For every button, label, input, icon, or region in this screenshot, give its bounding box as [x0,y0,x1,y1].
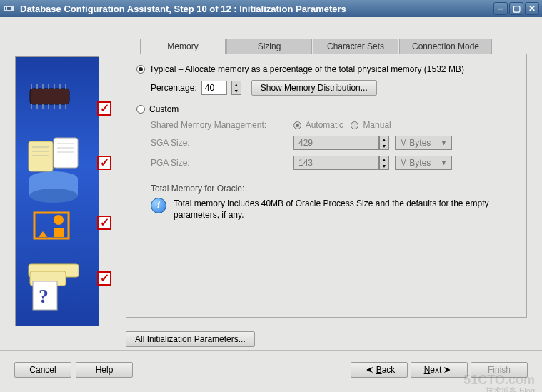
radio-smm-automatic [293,121,301,129]
window-content: ? Memory Sizing Character Sets Connectio… [0,17,542,392]
pga-spinner: ▲ ▼ [379,156,389,170]
spinner-down[interactable]: ▼ [232,88,241,94]
window-title: Database Configuration Assistant, Step 1… [20,4,493,14]
wizard-icon-shapes [21,208,93,244]
spinner-up-icon: ▲ [380,136,388,143]
svg-point-32 [54,215,64,225]
wizard-step-2-checkmark [97,156,111,170]
pga-unit-select: M Bytes ▼ [395,156,452,170]
svg-point-21 [29,189,78,203]
total-memory-label: Total Memory for Oracle: [151,184,516,194]
pga-unit-label: M Bytes [400,158,431,168]
app-icon [3,3,14,14]
svg-rect-33 [54,228,64,237]
svg-rect-4 [30,89,69,104]
sga-size-input [293,136,379,150]
radio-custom[interactable] [136,105,145,114]
watermark-sub: 技术博客 Blog [486,386,535,392]
chevron-left-icon: ⮜ [366,366,373,374]
tab-character-sets[interactable]: Character Sets [313,39,398,54]
radio-smm-manual [351,121,358,129]
svg-rect-3 [9,7,11,10]
maximize-button[interactable]: ▢ [509,2,523,15]
typical-option-row[interactable]: Typical – Allocate memory as a percentag… [136,64,516,74]
smm-row: Shared Memory Management: Automatic Manu… [151,120,516,130]
pga-size-input [293,156,379,170]
chevron-down-icon: ▼ [441,139,447,146]
wizard-steps-panel: ? [15,56,99,326]
total-memory-section: Total Memory for Oracle: i Total memory … [151,184,516,221]
sga-unit-select: M Bytes ▼ [395,136,452,150]
wizard-step-1-checkmark [97,101,111,116]
help-button[interactable]: Help [76,362,133,378]
typical-label: Typical – Allocate memory as a percentag… [149,64,464,74]
custom-option-row[interactable]: Custom [136,104,516,114]
spinner-up[interactable]: ▲ [232,81,241,88]
show-memory-distribution-button[interactable]: Show Memory Distribution... [251,80,377,96]
custom-label: Custom [149,104,179,114]
wizard-step-3-checkmark [97,216,111,230]
smm-automatic-option: Automatic [293,120,343,130]
cancel-button[interactable]: Cancel [14,362,71,378]
footer-separator [0,350,542,351]
sga-row: SGA Size: ▲ ▼ M Bytes ▼ [151,136,516,150]
separator [136,176,516,176]
pga-row: PGA Size: ▲ ▼ M Bytes ▼ [151,156,516,170]
main-panel: Memory Sizing Character Sets Connection … [126,39,527,346]
footer-bar: Cancel Help ⮜ Back Next ⮞ Finish [0,359,542,381]
tab-panel-memory: Typical – Allocate memory as a percentag… [126,54,527,318]
tab-memory[interactable]: Memory [140,39,226,54]
info-icon: i [151,198,166,213]
svg-text:?: ? [39,285,49,307]
total-memory-info-text: Total memory includes 40MB of Oracle Pro… [174,198,516,221]
pga-label: PGA Size: [151,158,293,168]
close-button[interactable]: ✕ [525,2,539,15]
wizard-icon-folder: ? [21,257,93,314]
spinner-down-icon: ▼ [380,143,388,149]
sga-label: SGA Size: [151,138,293,148]
smm-automatic-label: Automatic [306,120,343,130]
back-button[interactable]: ⮜ Back [351,362,408,378]
svg-marker-31 [39,231,47,237]
chevron-right-icon: ⮞ [444,366,451,374]
svg-rect-2 [7,7,9,10]
all-initialization-parameters-button[interactable]: All Initialization Parameters... [126,331,255,347]
next-button[interactable]: Next ⮞ [411,362,468,378]
tab-connection-mode[interactable]: Connection Mode [399,39,492,54]
radio-typical[interactable] [136,65,145,74]
svg-rect-1 [5,7,6,10]
percentage-input[interactable] [201,81,227,95]
smm-manual-option: Manual [351,120,391,130]
finish-button: Finish [471,362,528,378]
svg-rect-22 [29,141,53,171]
spinner-up-icon: ▲ [380,156,388,163]
wizard-step-4-checkmark [97,271,111,286]
wizard-icon-db-docs [21,134,93,206]
sga-spinner: ▲ ▼ [379,136,389,150]
tab-bar: Memory Sizing Character Sets Connection … [140,39,527,54]
spinner-down-icon: ▼ [380,163,388,169]
smm-manual-label: Manual [363,120,391,130]
percentage-spinner[interactable]: ▲ ▼ [231,81,241,95]
minimize-button[interactable]: – [493,2,508,15]
percentage-label: Percentage: [151,83,197,93]
smm-label: Shared Memory Management: [151,120,293,130]
chevron-down-icon: ▼ [441,159,447,166]
percentage-row: Percentage: ▲ ▼ Show Memory Distribution… [151,80,516,96]
wizard-icon-chip [21,79,93,114]
titlebar: Database Configuration Assistant, Step 1… [0,0,542,17]
sga-unit-label: M Bytes [400,138,431,148]
svg-rect-23 [54,138,78,168]
tab-sizing[interactable]: Sizing [226,39,312,54]
